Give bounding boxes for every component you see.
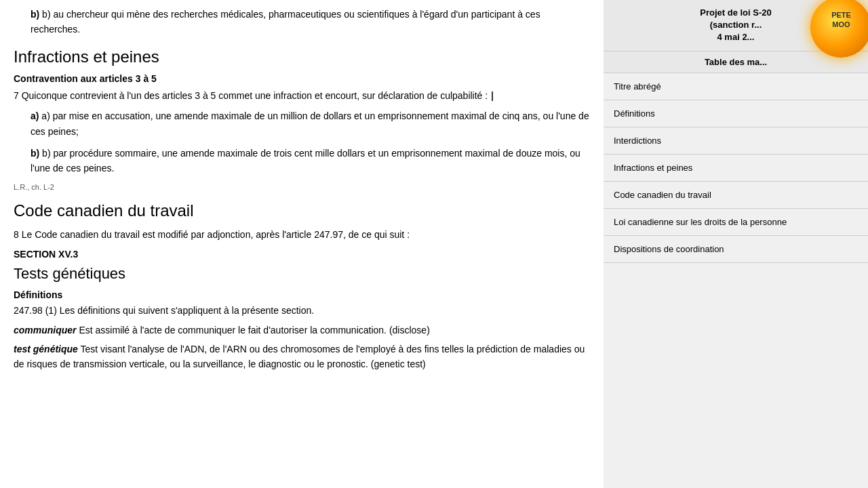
intro-paragraph-b: b) b) au chercheur qui mène des recherch… xyxy=(31,7,590,37)
definitions-subheading: Définitions xyxy=(14,289,590,300)
main-content: b) b) au chercheur qui mène des recherch… xyxy=(0,0,604,488)
nav-item-dispositions[interactable]: Dispositions de coordination xyxy=(604,236,868,263)
sun-decoration: PETEMOO xyxy=(804,0,868,64)
cursor xyxy=(492,92,497,101)
nav-item-infractions[interactable]: Infractions et peines xyxy=(604,155,868,182)
nav-item-definitions[interactable]: Définitions xyxy=(604,100,868,127)
nav-item-code-travail[interactable]: Code canadien du travail xyxy=(604,182,868,209)
sidebar: PETEMOO Projet de loi S-20 (sanction r..… xyxy=(604,0,868,488)
sun-text: PETEMOO xyxy=(812,10,868,30)
communiquer-definition: communiquer Est assimilé à l'acte de com… xyxy=(14,323,590,338)
section-infractions-title: Infractions et peines xyxy=(14,47,590,66)
subsection-contravention-title: Contravention aux articles 3 à 5 xyxy=(14,73,590,84)
test-genetique-definition: test génétique Test visant l'analyse de … xyxy=(14,342,590,372)
article-8-text: 8 Le Code canadien du travail est modifi… xyxy=(14,227,590,242)
item-b-peines: b) b) par procédure sommaire, une amende… xyxy=(31,146,590,176)
nav-item-loi-canadienne[interactable]: Loi canadienne sur les droits de la pers… xyxy=(604,209,868,236)
item-a-peines: a) a) par mise en accusation, une amende… xyxy=(31,108,590,139)
section-xv3-label: SECTION XV.3 xyxy=(14,249,590,260)
article-247-98-text: 247.98 (1) Les définitions qui suivent s… xyxy=(14,303,590,318)
reference-lr: L.R., ch. L-2 xyxy=(14,183,590,191)
nav-item-interdictions[interactable]: Interdictions xyxy=(604,127,868,155)
tests-genetiques-title: Tests génétiques xyxy=(14,265,590,283)
article-7-text: 7 Quiconque contrevient à l'un des artic… xyxy=(14,88,590,103)
nav-item-titre-abrege[interactable]: Titre abrégé xyxy=(604,73,868,100)
code-travail-title: Code canadien du travail xyxy=(14,201,590,220)
